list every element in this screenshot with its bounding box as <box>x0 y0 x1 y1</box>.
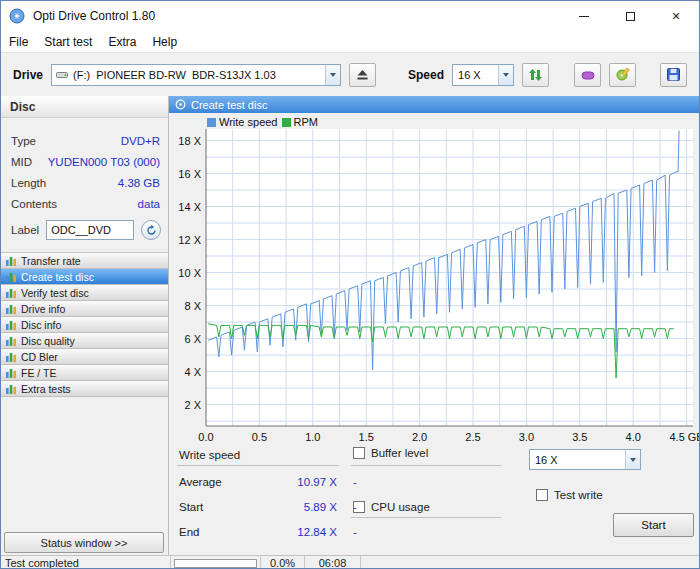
svg-text:10 X: 10 X <box>178 267 201 279</box>
sidebar-item-fe-te[interactable]: FE / TE <box>1 365 168 381</box>
window-title: Opti Drive Control 1.80 <box>33 9 155 23</box>
sidebar-item-disc-info[interactable]: Disc info <box>1 317 168 333</box>
disc-length-label: Length <box>11 177 46 189</box>
speed-label: Speed <box>408 68 444 82</box>
checkbox-box <box>536 489 548 501</box>
result-speed-value: 16 X <box>530 454 625 466</box>
refresh-arrows-icon <box>529 69 542 81</box>
sidebar-item-verify-test-disc[interactable]: Verify test disc <box>1 285 168 301</box>
disc-field-type: TypeDVD+R <box>1 130 168 151</box>
chevron-down-icon <box>325 65 340 85</box>
status-text: Test completed <box>1 556 171 569</box>
svg-text:1.0: 1.0 <box>305 431 320 443</box>
menu-item-file[interactable]: File <box>1 31 36 52</box>
sidebar-item-drive-info[interactable]: Drive info <box>1 301 168 317</box>
speed-select[interactable]: 16 X <box>452 64 514 86</box>
verify-test-disc-icon <box>6 288 16 298</box>
drive-label: Drive <box>13 68 43 82</box>
status-window-button[interactable]: Status window >> <box>4 532 164 553</box>
caption-buttons: × <box>561 1 699 31</box>
menu-item-help[interactable]: Help <box>144 31 185 52</box>
progress-bar <box>171 556 261 569</box>
disc-contents-label: Contents <box>11 198 57 210</box>
disc-length-value: 4.38 GB <box>118 177 160 189</box>
refresh-label-button[interactable] <box>141 220 161 240</box>
menu-item-start-test[interactable]: Start test <box>36 31 100 52</box>
results-title: Write speed <box>179 449 240 461</box>
fe-te-icon <box>6 368 16 378</box>
test-write-checkbox[interactable]: Test write <box>536 489 603 501</box>
sidebar-nav: Transfer rateCreate test discVerify test… <box>1 252 168 397</box>
result-label: Average <box>179 476 222 488</box>
erase-disc-button[interactable] <box>574 63 601 87</box>
legend-write-speed: Write speed <box>207 116 278 128</box>
svg-text:14 X: 14 X <box>178 201 201 213</box>
sidebar-item-create-test-disc[interactable]: Create test disc <box>1 269 168 285</box>
maximize-button[interactable] <box>607 1 653 31</box>
buffer-level-checkbox[interactable]: Buffer level <box>353 447 428 459</box>
chart-panel: Create test disc Write speedRPM 2 X4 X6 … <box>169 96 700 555</box>
checkbox-box <box>353 447 365 459</box>
circular-arrow-icon <box>146 225 157 236</box>
status-bar: Test completed 0.0% 06:08 <box>1 555 700 569</box>
result-speed-select[interactable]: 16 X <box>529 449 641 470</box>
svg-text:16 X: 16 X <box>178 168 201 180</box>
disc-contents-value: data <box>138 198 160 210</box>
eraser-icon <box>581 69 595 81</box>
chevron-down-icon <box>625 450 640 469</box>
result-row-average: Average10.97 X- <box>169 476 429 490</box>
result-extra: - <box>353 476 357 488</box>
toolbar: Drive (F:) PIONEER BD-RW BDR-S13JX 1.03 … <box>1 53 699 96</box>
sidebar-item-extra-tests[interactable]: Extra tests <box>1 381 168 397</box>
disc-label-input[interactable] <box>46 220 134 240</box>
speed-select-value: 16 X <box>453 69 498 81</box>
minimize-icon <box>579 16 589 17</box>
extra-tests-icon <box>6 384 16 394</box>
sidebar-item-cd-bler[interactable]: CD Bler <box>1 349 168 365</box>
result-extra: - <box>353 526 357 538</box>
disc-quality-icon <box>6 336 16 346</box>
sidebar-item-label: Verify test disc <box>21 287 89 299</box>
sidebar-item-label: Extra tests <box>21 383 71 395</box>
result-label: Start <box>179 501 203 513</box>
save-button[interactable] <box>660 63 687 87</box>
sidebar-item-label: Create test disc <box>21 271 94 283</box>
chart-legend: Write speedRPM <box>207 116 320 128</box>
sidebar-item-disc-quality[interactable]: Disc quality <box>1 333 168 349</box>
svg-text:3.5: 3.5 <box>572 431 587 443</box>
menu-bar: FileStart testExtraHelp <box>1 31 699 53</box>
svg-text:12 X: 12 X <box>178 234 201 246</box>
minimize-button[interactable] <box>561 1 607 31</box>
svg-text:2.5: 2.5 <box>465 431 480 443</box>
eject-button[interactable] <box>349 63 376 87</box>
svg-text:4.5 GB: 4.5 GB <box>669 431 700 443</box>
svg-text:2 X: 2 X <box>184 399 201 411</box>
drive-select[interactable]: (F:) PIONEER BD-RW BDR-S13JX 1.03 <box>51 64 341 86</box>
result-extra: - <box>353 501 357 513</box>
legend-swatch <box>282 118 291 127</box>
disc-panel-header: Disc <box>1 96 168 118</box>
start-button[interactable]: Start <box>613 513 694 537</box>
results-section: Write speed Buffer level CPU usage Test … <box>169 443 700 555</box>
disc-info-icon <box>6 320 16 330</box>
disc-fields: TypeDVD+RMIDYUDEN000 T03 (000)Length4.38… <box>1 118 168 214</box>
chart-panel-title: Create test disc <box>191 99 267 111</box>
label-field-label: Label <box>11 224 39 236</box>
legend-rpm: RPM <box>282 116 318 128</box>
disc-label-row: Label <box>1 220 168 240</box>
burn-disc-icon <box>616 68 630 81</box>
sidebar-item-transfer-rate[interactable]: Transfer rate <box>1 253 168 269</box>
eject-icon <box>357 70 368 80</box>
drive-icon <box>52 70 68 80</box>
statusbar-spacer <box>361 556 700 569</box>
refresh-speeds-button[interactable] <box>522 63 549 87</box>
disc-field-length: Length4.38 GB <box>1 172 168 193</box>
burn-disc-button[interactable] <box>609 63 636 87</box>
separator <box>351 465 501 466</box>
disc-test-icon <box>175 99 186 110</box>
result-value: 10.97 X <box>249 476 337 488</box>
legend-swatch <box>207 118 216 127</box>
close-button[interactable]: × <box>653 1 699 31</box>
menu-item-extra[interactable]: Extra <box>100 31 144 52</box>
progress-track <box>174 559 257 568</box>
